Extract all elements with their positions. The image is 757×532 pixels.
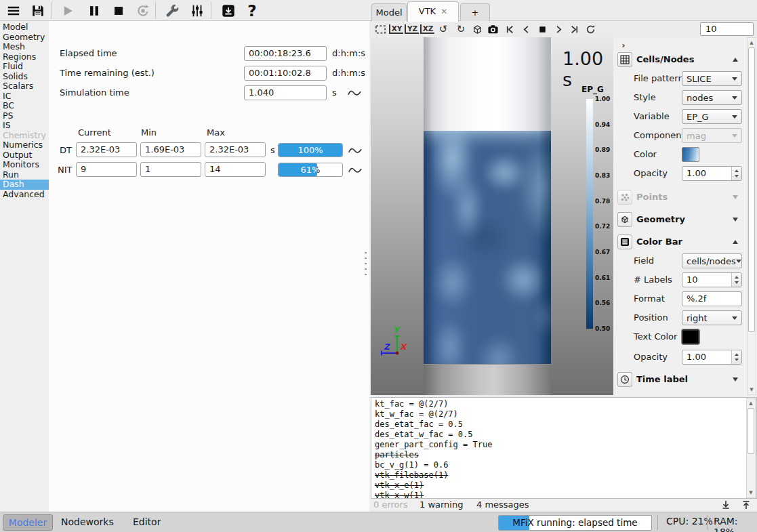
previous-frame-button[interactable] bbox=[519, 22, 533, 36]
nit-plot-icon[interactable] bbox=[348, 164, 363, 176]
panel-splitter[interactable] bbox=[365, 252, 367, 278]
scroll-down-icon[interactable]: ▼ bbox=[748, 386, 756, 394]
scroll-to-bottom-icon[interactable] bbox=[720, 499, 731, 510]
section-color-bar[interactable]: Color Bar bbox=[613, 234, 746, 251]
frame-delay-input[interactable]: 10 bbox=[700, 22, 754, 36]
reset-view-button[interactable] bbox=[373, 22, 387, 36]
section-time-label[interactable]: Time label bbox=[613, 372, 746, 388]
sidebar-item[interactable]: Solids bbox=[0, 72, 49, 82]
screenshot-button[interactable] bbox=[486, 22, 499, 36]
build-button[interactable] bbox=[163, 1, 182, 20]
position-dropdown[interactable]: right bbox=[682, 310, 742, 325]
sidebar-item[interactable]: IS bbox=[0, 121, 49, 131]
mode-nodeworks[interactable]: Nodeworks bbox=[61, 514, 114, 531]
perspective-button[interactable] bbox=[470, 22, 484, 36]
file-pattern-dropdown[interactable]: SLICE bbox=[682, 71, 742, 86]
sidebar-item[interactable]: PS bbox=[0, 111, 49, 121]
tab-model[interactable]: Model bbox=[371, 3, 407, 21]
dt-min-field[interactable]: 1.69E-03 bbox=[140, 142, 201, 157]
sidebar-item[interactable]: Regions bbox=[0, 52, 49, 62]
panel-scrollbar[interactable]: ▲ ▼ bbox=[747, 37, 756, 395]
mode-editor[interactable]: Editor bbox=[133, 514, 161, 531]
pause-button[interactable] bbox=[85, 1, 104, 20]
view-xz-button[interactable]: XZ bbox=[420, 22, 434, 36]
nit-current-field[interactable]: 9 bbox=[76, 162, 137, 177]
scroll-up-icon[interactable]: ▲ bbox=[748, 39, 756, 47]
tab-vtk[interactable]: VTK✕ bbox=[407, 1, 459, 22]
messages-count[interactable]: 4 messages bbox=[476, 499, 529, 510]
rotate-left-button[interactable]: ↺ bbox=[436, 22, 450, 36]
save-button[interactable] bbox=[28, 1, 47, 20]
sidebar-item[interactable]: Scalars bbox=[0, 81, 49, 91]
variable-dropdown[interactable]: EP_G bbox=[682, 109, 742, 124]
format-input[interactable]: %.2f bbox=[682, 291, 742, 306]
dt-plot-icon[interactable] bbox=[348, 144, 363, 157]
style-dropdown[interactable]: nodes bbox=[682, 90, 742, 105]
sidebar-item[interactable]: Numerics bbox=[0, 140, 49, 150]
simulation-time-label: Simulation time bbox=[60, 87, 129, 98]
first-frame-button[interactable] bbox=[503, 22, 516, 36]
sidebar-item[interactable]: BC bbox=[0, 101, 49, 111]
vtk-render-view[interactable]: 1.00 s EP_G 1.000.940.890.830.780.720.67… bbox=[371, 37, 613, 395]
view-yz-button[interactable]: YZ bbox=[405, 22, 419, 36]
time-remaining-field[interactable]: 00:01:10:02.8 bbox=[244, 66, 327, 81]
opacity-spinbox[interactable]: 1.00 bbox=[682, 166, 742, 181]
sidebar-item[interactable]: Mesh bbox=[0, 42, 49, 52]
nit-max-field[interactable]: 14 bbox=[205, 162, 266, 177]
simulation-time-field[interactable]: 1.040 bbox=[244, 85, 327, 100]
terminal-output[interactable]: kt_fac = @(2/7) kt_w_fac = @(2/7) des_et… bbox=[371, 397, 757, 499]
view-xy-button[interactable]: XY bbox=[389, 22, 403, 36]
tab-close-icon[interactable]: ✕ bbox=[441, 7, 447, 16]
errors-count[interactable]: 0 errors bbox=[373, 499, 408, 510]
position-label: Position bbox=[634, 312, 668, 323]
scrollbar-thumb[interactable] bbox=[748, 47, 755, 332]
tab-new[interactable]: + bbox=[460, 3, 490, 21]
dt-current-field[interactable]: 2.32E-03 bbox=[76, 142, 137, 157]
spinner-arrows-icon[interactable] bbox=[731, 167, 741, 180]
stop-playback-button[interactable] bbox=[535, 22, 549, 36]
parameters-button[interactable] bbox=[188, 1, 207, 20]
nit-min-field[interactable]: 1 bbox=[140, 162, 201, 177]
sidebar-item[interactable]: IC bbox=[0, 91, 49, 102]
sidebar-item[interactable]: Model bbox=[0, 22, 49, 33]
warnings-count[interactable]: 1 warning bbox=[420, 499, 463, 510]
collapse-panel-button[interactable]: › bbox=[617, 39, 630, 51]
next-frame-button[interactable] bbox=[552, 22, 565, 36]
labels-spinbox[interactable]: 10 bbox=[682, 272, 742, 287]
mode-modeler[interactable]: Modeler bbox=[3, 514, 53, 531]
spinner-arrows-icon[interactable] bbox=[731, 350, 741, 364]
menu-button[interactable] bbox=[4, 1, 23, 20]
sidebar-item[interactable]: Monitors bbox=[0, 160, 49, 170]
terminal-line: des_etat_fac = 0.5 bbox=[375, 420, 753, 430]
sidebar-item[interactable]: Run bbox=[0, 170, 49, 180]
section-geometry[interactable]: Geometry bbox=[613, 212, 746, 228]
scroll-down-icon[interactable]: ▼ bbox=[747, 489, 755, 497]
sidebar-item[interactable]: Dash bbox=[0, 180, 49, 190]
sidebar-item[interactable]: Geometry bbox=[0, 33, 49, 43]
plot-curve-icon[interactable] bbox=[347, 87, 362, 99]
dt-max-field[interactable]: 2.32E-03 bbox=[205, 142, 266, 157]
rotate-right-button[interactable]: ↻ bbox=[454, 22, 468, 36]
last-frame-button[interactable] bbox=[567, 22, 581, 36]
scrollbar-thumb[interactable] bbox=[748, 408, 754, 454]
elapsed-time-field[interactable]: 00:00:18:23.6 bbox=[244, 46, 327, 61]
sidebar-item[interactable]: Fluid bbox=[0, 62, 49, 72]
colorbar-opacity-spinbox[interactable]: 1.00 bbox=[682, 350, 742, 365]
repeat-button[interactable] bbox=[584, 22, 597, 36]
sidebar-item[interactable]: Advanced bbox=[0, 190, 49, 200]
run-button[interactable] bbox=[58, 1, 77, 20]
stop-button[interactable] bbox=[109, 1, 128, 20]
scroll-to-top-icon[interactable] bbox=[741, 499, 752, 510]
sidebar-item[interactable]: Chemistry bbox=[0, 131, 49, 141]
terminal-scrollbar[interactable]: ▲ ▼ bbox=[746, 398, 756, 498]
scroll-up-icon[interactable]: ▲ bbox=[747, 399, 755, 407]
export-workflow-button[interactable] bbox=[219, 1, 238, 20]
help-button[interactable]: ? bbox=[243, 1, 262, 20]
section-cells-nodes[interactable]: Cells/Nodes bbox=[613, 52, 746, 68]
sidebar-item[interactable]: Output bbox=[0, 150, 49, 161]
color-map-swatch[interactable] bbox=[682, 147, 699, 162]
field-dropdown[interactable]: cells/nodes bbox=[682, 253, 742, 268]
text-color-swatch[interactable] bbox=[682, 329, 699, 344]
spinner-arrows-icon[interactable] bbox=[731, 273, 741, 287]
reset-button[interactable] bbox=[134, 1, 152, 20]
